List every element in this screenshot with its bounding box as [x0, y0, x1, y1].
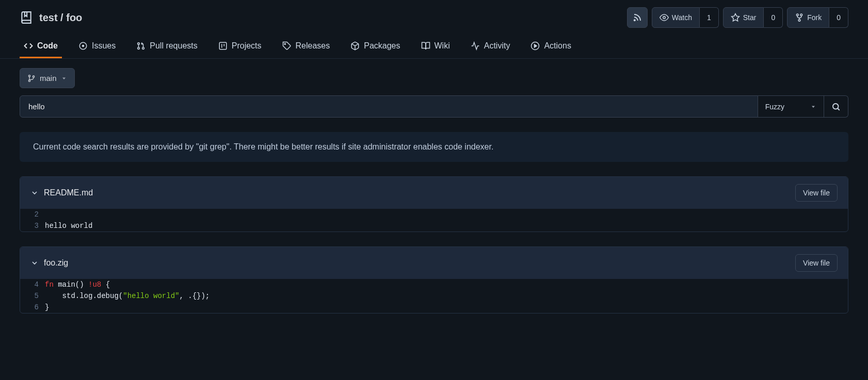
tab-code-label: Code: [37, 41, 58, 51]
svg-point-18: [28, 75, 30, 76]
code-line[interactable]: 4fn main() !u8 {: [20, 279, 848, 290]
svg-point-20: [28, 80, 30, 81]
svg-point-10: [142, 47, 144, 49]
svg-point-3: [797, 14, 799, 16]
code-block: 23hello world: [20, 209, 848, 232]
search-input[interactable]: [20, 95, 758, 118]
svg-line-24: [838, 108, 839, 110]
result-header: foo.zigView file: [20, 247, 848, 279]
line-number: 2: [20, 209, 45, 220]
fork-count[interactable]: 0: [829, 7, 848, 28]
result-filename: foo.zig: [44, 258, 68, 268]
tab-projects[interactable]: Projects: [214, 35, 266, 58]
issue-icon: [78, 41, 88, 51]
eye-icon: [660, 13, 669, 22]
chevron-down-icon: [61, 75, 67, 81]
search-icon: [831, 102, 841, 111]
tab-activity[interactable]: Activity: [467, 35, 515, 58]
tab-pr-label: Pull requests: [150, 41, 198, 51]
repo-header: test / foo Watch 1: [0, 0, 868, 35]
svg-point-14: [284, 43, 285, 44]
project-icon: [218, 41, 228, 51]
code-block: 4fn main() !u8 {5 std.log.debug("hello w…: [20, 279, 848, 313]
code-line[interactable]: 6}: [20, 302, 848, 313]
line-number: 6: [20, 302, 45, 313]
repo-tabs: Code Issues Pull requests Projects Relea…: [0, 35, 868, 59]
branch-icon: [27, 74, 36, 82]
repo-icon: [20, 11, 33, 24]
tab-wiki[interactable]: Wiki: [417, 35, 454, 58]
fork-icon: [795, 13, 804, 22]
tab-releases-label: Releases: [296, 41, 330, 51]
pr-icon: [136, 41, 146, 51]
watch-label: Watch: [672, 13, 692, 22]
svg-point-4: [800, 14, 802, 16]
branch-selector[interactable]: main: [20, 68, 75, 88]
tab-activity-label: Activity: [484, 41, 510, 51]
svg-point-9: [138, 47, 140, 49]
watch-button[interactable]: Watch: [652, 7, 700, 28]
code-icon: [24, 41, 33, 51]
tab-releases[interactable]: Releases: [278, 35, 334, 58]
search-row: Fuzzy: [20, 95, 848, 118]
star-count[interactable]: 0: [764, 7, 783, 28]
search-button[interactable]: [824, 95, 848, 118]
content: main Fuzzy Current code search results a…: [0, 59, 868, 323]
svg-point-0: [634, 20, 635, 21]
code-line[interactable]: 3hello world: [20, 220, 848, 232]
line-content: }: [45, 302, 49, 313]
tab-actions-label: Actions: [544, 41, 571, 51]
tab-issues[interactable]: Issues: [74, 35, 120, 58]
svg-point-5: [798, 19, 800, 21]
svg-point-8: [138, 43, 140, 45]
svg-point-1: [663, 16, 666, 19]
tab-projects-label: Projects: [232, 41, 262, 51]
search-mode-label: Fuzzy: [765, 103, 784, 111]
tab-wiki-label: Wiki: [435, 41, 450, 51]
tab-actions[interactable]: Actions: [526, 35, 575, 58]
tab-code[interactable]: Code: [20, 35, 62, 58]
result-title[interactable]: README.md: [30, 188, 93, 197]
view-file-button[interactable]: View file: [795, 184, 838, 202]
tab-packages[interactable]: Packages: [346, 35, 404, 58]
result-title[interactable]: foo.zig: [30, 258, 68, 268]
svg-rect-11: [219, 42, 227, 49]
chevron-down-icon: [30, 189, 39, 197]
svg-point-23: [833, 104, 839, 109]
svg-point-19: [33, 76, 34, 77]
svg-marker-21: [62, 77, 66, 79]
watch-count[interactable]: 1: [700, 7, 719, 28]
fork-button[interactable]: Fork: [787, 7, 829, 28]
svg-point-7: [83, 45, 84, 47]
package-icon: [350, 41, 360, 51]
svg-marker-17: [535, 44, 537, 47]
view-file-button[interactable]: View file: [795, 254, 838, 272]
star-label: Star: [743, 13, 757, 22]
code-line[interactable]: 5 std.log.debug("hello world", .{});: [20, 290, 848, 302]
svg-marker-2: [731, 14, 739, 21]
tab-packages-label: Packages: [364, 41, 400, 51]
line-content: hello world: [45, 220, 92, 232]
result-header: README.mdView file: [20, 177, 848, 209]
rss-button[interactable]: [627, 7, 648, 28]
branch-name: main: [40, 74, 57, 82]
repo-path[interactable]: test / foo: [39, 12, 82, 24]
activity-icon: [471, 41, 480, 51]
star-button[interactable]: Star: [723, 7, 764, 28]
search-result: README.mdView file23hello world: [20, 176, 848, 232]
line-number: 5: [20, 290, 45, 302]
tab-issues-label: Issues: [92, 41, 116, 51]
play-icon: [531, 41, 540, 51]
tab-pull-requests[interactable]: Pull requests: [132, 35, 202, 58]
search-mode-select[interactable]: Fuzzy: [758, 95, 824, 118]
fork-label: Fork: [807, 13, 822, 22]
header-actions: Watch 1 Star 0: [627, 7, 848, 28]
code-line[interactable]: 2: [20, 209, 848, 220]
line-content: std.log.debug("hello world", .{});: [45, 290, 210, 302]
line-number: 3: [20, 220, 45, 232]
tag-icon: [282, 41, 292, 51]
book-icon: [421, 41, 430, 51]
svg-marker-22: [812, 106, 815, 108]
result-filename: README.md: [44, 188, 93, 197]
star-icon: [731, 13, 740, 22]
